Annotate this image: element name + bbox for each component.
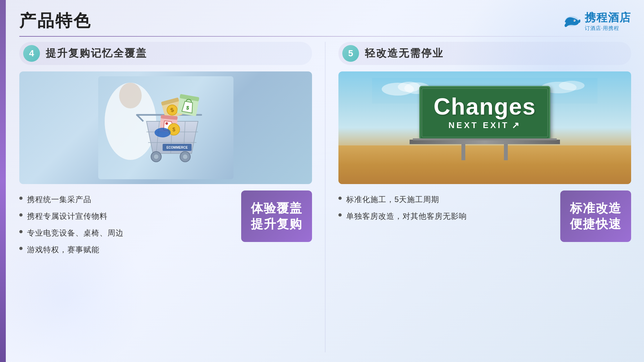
sign-pole-right bbox=[504, 144, 508, 160]
accent-bar bbox=[0, 0, 6, 362]
section-4: 4 提升复购记忆全覆盖 bbox=[19, 42, 312, 352]
bullet-dot bbox=[19, 197, 23, 200]
bullet-dot bbox=[19, 213, 23, 217]
sign-assembly: Changes NEXT EXIT ↗ bbox=[419, 86, 550, 160]
bullet-text: 游戏特权，赛事赋能 bbox=[27, 244, 99, 255]
section-4-cta-text: 体验覆盖 提升复购 bbox=[251, 200, 302, 232]
svg-point-2 bbox=[574, 20, 574, 21]
sign-text-changes: Changes bbox=[433, 95, 536, 118]
bullet-item: 标准化施工，5天施工周期 bbox=[338, 194, 554, 205]
sign-text-next-exit: NEXT EXIT ↗ bbox=[433, 120, 536, 131]
shopping-cart-illustration: ECOMMERCE $ bbox=[98, 76, 233, 179]
bullet-item: 单独客房改造，对其他客房无影响 bbox=[338, 210, 554, 222]
section-4-title: 提升复购记忆全覆盖 bbox=[46, 46, 147, 60]
header-divider bbox=[19, 36, 631, 37]
bullet-text: 携程专属设计宣传物料 bbox=[27, 210, 108, 222]
section-5-cta-text: 标准改造 便捷快速 bbox=[570, 200, 621, 232]
header: 产品特色 携程酒店 订酒店·用携程 bbox=[19, 10, 631, 32]
bullet-item: 携程统一集采产品 bbox=[19, 194, 235, 205]
section-4-cta-badge: 体验覆盖 提升复购 bbox=[241, 190, 312, 242]
svg-point-14 bbox=[154, 154, 158, 159]
bullet-dot bbox=[338, 197, 342, 200]
section-divider bbox=[325, 42, 326, 352]
section-5-header: 5 轻改造无需停业 bbox=[338, 42, 631, 65]
section-5: 5 轻改造无需停业 bbox=[338, 42, 631, 352]
section-4-bottom: 携程统一集采产品 携程专属设计宣传物料 专业电竞设备、桌椅、周边 游戏特权，赛事… bbox=[19, 190, 312, 352]
bullet-dot bbox=[19, 230, 23, 233]
logo-area: 携程酒店 订酒店·用携程 bbox=[562, 10, 631, 32]
section-5-bottom: 标准化施工，5天施工周期 单独客房改造，对其他客房无影响 标准改造 便捷快速 bbox=[338, 190, 631, 352]
svg-text:ECOMMERCE: ECOMMERCE bbox=[166, 146, 187, 149]
section-4-number: 4 bbox=[23, 45, 40, 62]
bullet-text: 专业电竞设备、桌椅、周边 bbox=[27, 227, 124, 239]
bullet-item: 携程专属设计宣传物料 bbox=[19, 210, 235, 222]
section-5-image: Changes NEXT EXIT ↗ bbox=[338, 71, 631, 184]
bullet-item: 游戏特权，赛事赋能 bbox=[19, 244, 235, 255]
sign-poles bbox=[461, 144, 508, 160]
svg-text:$: $ bbox=[172, 127, 175, 132]
bullet-dot bbox=[19, 247, 23, 250]
svg-point-16 bbox=[183, 154, 187, 159]
bullet-text: 携程统一集采产品 bbox=[27, 194, 91, 205]
sign-pole-left bbox=[461, 144, 465, 160]
section-5-bullets: 标准化施工，5天施工周期 单独客房改造，对其他客房无影响 bbox=[338, 190, 554, 230]
sign-board: Changes NEXT EXIT ↗ bbox=[419, 86, 550, 140]
arrow-icon: ↗ bbox=[512, 120, 521, 131]
bullet-dot bbox=[338, 213, 342, 217]
section-4-bullets: 携程统一集采产品 携程专属设计宣传物料 专业电竞设备、桌椅、周边 游戏特权，赛事… bbox=[19, 190, 235, 264]
logo-main-text: 携程酒店 bbox=[585, 10, 631, 25]
page-title: 产品特色 bbox=[19, 10, 91, 32]
bullet-text: 标准化施工，5天施工周期 bbox=[346, 194, 439, 205]
section-4-header: 4 提升复购记忆全覆盖 bbox=[19, 42, 312, 65]
logo-text-block: 携程酒店 订酒店·用携程 bbox=[585, 10, 631, 32]
brand-logo-icon bbox=[562, 12, 582, 30]
main-content: 4 提升复购记忆全覆盖 bbox=[19, 42, 631, 352]
svg-point-31 bbox=[155, 128, 171, 137]
section-4-image: ECOMMERCE $ bbox=[19, 71, 312, 184]
sign-assembly-container: Changes NEXT EXIT ↗ bbox=[338, 71, 631, 184]
section-5-title: 轻改造无需停业 bbox=[365, 46, 444, 60]
svg-point-5 bbox=[119, 83, 142, 108]
logo-sub-text: 订酒店·用携程 bbox=[585, 25, 631, 32]
bullet-item: 专业电竞设备、桌椅、周边 bbox=[19, 227, 235, 239]
section-5-cta-badge: 标准改造 便捷快速 bbox=[560, 190, 631, 242]
bullet-text: 单独客房改造，对其他客房无影响 bbox=[346, 210, 467, 222]
section-5-number: 5 bbox=[342, 45, 359, 62]
sign-bracket bbox=[410, 140, 560, 144]
